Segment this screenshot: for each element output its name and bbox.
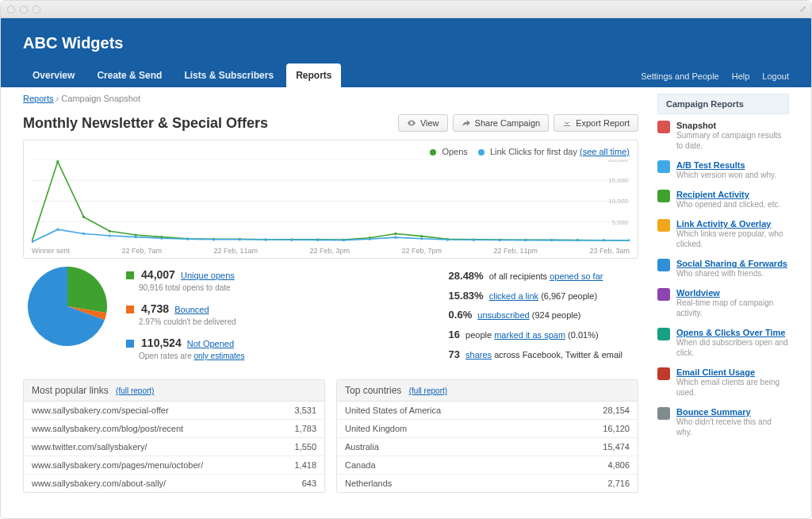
metric-row: 28.48% of all recipients opened so far: [449, 267, 622, 286]
metric-row: 15.83% clicked a link (6,967 people): [449, 286, 622, 306]
sidebar-item-desc: Which links were popular, who clicked.: [676, 229, 783, 248]
table-row: www.sallysbakery.com/special-offer3,531: [24, 402, 324, 420]
sidebar-item[interactable]: Email Client UsageWhich email clients ar…: [657, 367, 789, 398]
breadcrumb-current: Campaign Snapshot: [61, 94, 140, 103]
sidebar-item-title[interactable]: Email Client Usage: [676, 367, 789, 377]
svg-point-51: [524, 239, 527, 241]
metric-link-4[interactable]: shares: [465, 350, 492, 359]
table-row: www.sallysbakery.com/about-sally/643: [24, 475, 324, 492]
breadcrumb: Reports › Campaign Snapshot: [23, 94, 638, 103]
sidebar-item[interactable]: Bounce SummaryWho didn't receive this an…: [657, 407, 789, 437]
sidebar-item-desc: Who didn't receive this and why.: [676, 417, 772, 436]
sidebar-item[interactable]: A/B Test ResultsWhich version won and wh…: [657, 160, 789, 180]
svg-point-48: [446, 238, 449, 240]
table-row: United States of America28,154: [337, 402, 638, 420]
line-chart: 5,00010,00015,00020,000: [32, 160, 630, 243]
view-button[interactable]: View: [398, 114, 448, 132]
table-row: www.twitter.com/sallysbakery/1,550: [24, 438, 324, 456]
window-max-dot[interactable]: [33, 6, 40, 13]
svg-point-22: [394, 233, 396, 235]
svg-point-11: [109, 230, 111, 233]
sidebar-item-icon: [657, 121, 670, 133]
sidebar-item[interactable]: Opens & Clicks Over TimeWhen did subscri…: [657, 328, 789, 358]
table-row: Netherlands2,716: [337, 475, 638, 492]
breadcrumb-root[interactable]: Reports: [23, 94, 54, 103]
sidebar-item-desc: Which email clients are being used.: [676, 378, 779, 397]
svg-text:20,000: 20,000: [608, 160, 628, 163]
swatch-opens: [126, 271, 134, 279]
sidebar-item-title[interactable]: Social Sharing & Forwards: [676, 259, 787, 268]
sidebar-item-title[interactable]: Worldview: [676, 288, 789, 298]
sidebar-item[interactable]: Recipient ActivityWho opened and clicked…: [657, 190, 789, 210]
notopened-link[interactable]: Not Opened: [187, 339, 234, 348]
page-title: Monthly Newsletter & Special Offers: [23, 115, 268, 132]
sidebar-item-desc: Summary of campaign results to date.: [676, 131, 781, 150]
popular-links-full-report[interactable]: (full report): [116, 386, 154, 395]
sidebar-item[interactable]: Social Sharing & ForwardsWho shared with…: [657, 259, 789, 279]
popular-links-title: Most popular links: [32, 385, 109, 396]
export-button[interactable]: Export Report: [553, 114, 638, 132]
svg-point-53: [576, 239, 579, 241]
browser-chrome: ⤢: [1, 1, 811, 18]
sidebar-item[interactable]: Link Activity & OverlayWhich links were …: [657, 219, 789, 249]
sidebar-item[interactable]: WorldviewReal-time map of campaign activ…: [657, 288, 789, 318]
svg-point-23: [420, 235, 423, 237]
sidebar-item-icon: [657, 367, 670, 380]
estimates-link[interactable]: only estimates: [193, 352, 244, 360]
sidebar-item-title[interactable]: A/B Test Results: [676, 160, 776, 170]
top-countries-panel: Top countries (full report) United State…: [336, 379, 638, 493]
expand-icon[interactable]: ⤢: [799, 4, 806, 14]
sidebar-item-title[interactable]: Link Activity & Overlay: [676, 219, 789, 229]
tab-lists-subscribers[interactable]: Lists & Subscribers: [174, 63, 283, 87]
svg-point-38: [186, 238, 189, 240]
see-all-time-link[interactable]: (see all time): [580, 147, 630, 156]
window-min-dot[interactable]: [20, 6, 28, 13]
tab-reports[interactable]: Reports: [286, 63, 341, 87]
legend-dot-opens: [430, 149, 436, 156]
table-row: United Kingdom16,120: [337, 420, 638, 438]
unique-opens-link[interactable]: Unique opens: [181, 271, 235, 280]
tab-overview[interactable]: Overview: [23, 63, 84, 87]
sidebar-item-title[interactable]: Recipient Activity: [676, 190, 780, 199]
tab-create-send[interactable]: Create & Send: [87, 63, 171, 87]
sidebar-item[interactable]: SnapshotSummary of campaign results to d…: [657, 121, 789, 151]
window-close-dot[interactable]: [7, 6, 15, 13]
sidebar-item-icon: [657, 190, 670, 202]
sidebar-item-icon: [657, 407, 670, 420]
table-row: www.sallysbakery.com/pages/menu/october/…: [24, 456, 324, 475]
svg-text:10,000: 10,000: [608, 198, 628, 206]
svg-point-9: [56, 160, 59, 163]
top-countries-title: Top countries: [345, 385, 401, 396]
metric-link-0[interactable]: opened so far: [550, 271, 603, 281]
svg-point-42: [290, 239, 293, 241]
table-row: Canada4,806: [337, 456, 638, 475]
svg-point-54: [603, 239, 605, 241]
metric-link-2[interactable]: unsubscribed: [477, 310, 529, 320]
swatch-notopened: [126, 340, 134, 348]
metric-link-3[interactable]: marked it as spam: [494, 330, 565, 340]
share-button[interactable]: Share Campaign: [453, 114, 550, 132]
svg-point-55: [628, 239, 630, 241]
metric-link-1[interactable]: clicked a link: [489, 291, 538, 301]
svg-point-35: [109, 234, 111, 236]
svg-point-49: [473, 239, 475, 241]
sidebar-item-icon: [657, 219, 670, 232]
sidebar-item-desc: Real-time map of campaign activity.: [676, 298, 773, 317]
sidebar-item-title[interactable]: Opens & Clicks Over Time: [676, 328, 789, 337]
metric-row: 16 people marked it as spam (0.01%): [449, 325, 622, 345]
metrics-list: 28.48% of all recipients opened so far15…: [449, 267, 622, 368]
legend-dot-clicks: [478, 149, 485, 156]
nav-link-logout[interactable]: Logout: [762, 71, 789, 81]
svg-point-39: [213, 238, 215, 240]
sidebar-item-title[interactable]: Snapshot: [676, 121, 789, 130]
nav-link-settings-and-people[interactable]: Settings and People: [641, 71, 718, 81]
svg-point-52: [550, 239, 553, 241]
top-countries-full-report[interactable]: (full report): [409, 386, 447, 395]
chart-legend: Opens Link Clicks for first day (see all…: [32, 147, 630, 156]
bounced-link[interactable]: Bounced: [174, 305, 209, 314]
opens-chart: Opens Link Clicks for first day (see all…: [23, 140, 638, 259]
sidebar-item-title[interactable]: Bounce Summary: [676, 407, 789, 417]
sidebar-item-icon: [657, 288, 670, 301]
nav-link-help[interactable]: Help: [732, 71, 750, 81]
sidebar-title: Campaign Reports: [657, 94, 789, 114]
